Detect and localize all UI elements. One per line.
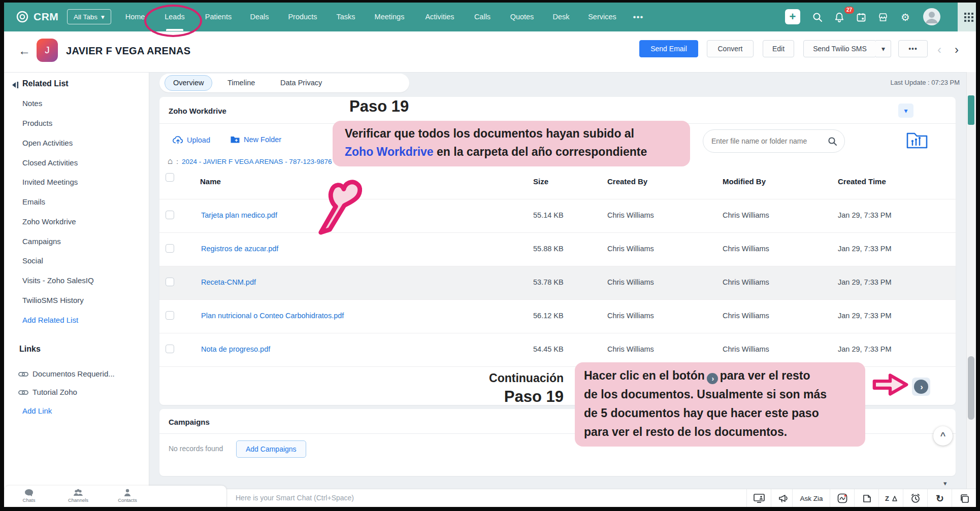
collapse-panel-caret[interactable]: ▾ — [943, 480, 947, 487]
campaigns-section-title: Campaigns — [169, 418, 210, 426]
tab-services[interactable]: Services — [588, 3, 616, 31]
link-documentos-requeridos[interactable]: Documentos Requerid... — [32, 369, 115, 378]
tab-quotes[interactable]: Quotes — [510, 3, 534, 31]
tab-tasks[interactable]: Tasks — [336, 3, 355, 31]
collapse-sidebar-icon[interactable] — [12, 81, 19, 89]
tab-patients[interactable]: Patients — [205, 3, 232, 31]
chat-dock: Chats Channels Contacts — [4, 486, 227, 507]
channels-dock-button[interactable]: Channels — [60, 489, 96, 503]
breadcrumb-folder-link[interactable]: 2024 - JAVIER F VEGA ARENAS - 787-123-98… — [182, 158, 332, 165]
sidebar-item-twiliosms-history[interactable]: TwilioSMS History — [22, 296, 84, 304]
column-header-name[interactable]: Name — [200, 177, 221, 186]
zia-insights-icon[interactable] — [830, 489, 855, 507]
file-link[interactable]: Nota de progreso.pdf — [201, 345, 270, 353]
tab-products[interactable]: Products — [288, 3, 317, 31]
contacts-dock-button[interactable]: Contacts — [110, 489, 145, 503]
tab-activities[interactable]: Activities — [425, 3, 454, 31]
zia-notebook-icon[interactable]: Z — [878, 489, 903, 507]
sidebar-item-notes[interactable]: Notes — [22, 99, 42, 108]
send-email-button[interactable]: Send Email — [639, 40, 698, 57]
more-actions-button[interactable]: ••• — [898, 40, 928, 57]
scrollbar-thumb[interactable] — [968, 356, 974, 420]
file-link[interactable]: Tarjeta plan medico.pdf — [201, 211, 277, 219]
link-tutorial-zoho[interactable]: Tutorial Zoho — [32, 388, 77, 396]
smart-chat-input[interactable]: Here is your Smart Chat (Ctrl+Space) — [236, 494, 354, 502]
quick-create-button[interactable]: + — [785, 9, 800, 24]
alarm-clock-icon[interactable] — [903, 489, 928, 507]
tab-calls[interactable]: Calls — [474, 3, 491, 31]
column-header-modified-by[interactable]: Modified By — [723, 177, 766, 186]
tab-data-privacy[interactable]: Data Privacy — [272, 76, 330, 90]
tab-overview[interactable]: Overview — [165, 75, 212, 91]
screen-share-icon[interactable] — [746, 489, 771, 507]
crm-logo[interactable]: CRM — [15, 10, 58, 24]
search-icon[interactable] — [828, 137, 837, 146]
select-all-checkbox[interactable] — [166, 173, 174, 182]
convert-button[interactable]: Convert — [707, 40, 754, 57]
user-avatar[interactable] — [923, 8, 940, 25]
row-checkbox[interactable] — [166, 244, 174, 253]
settings-gear-icon[interactable]: ⚙ — [899, 11, 912, 24]
lead-avatar[interactable]: J — [37, 39, 58, 62]
add-related-list-link[interactable]: Add Related List — [22, 316, 78, 324]
new-folder-button[interactable]: New Folder — [230, 135, 281, 144]
file-link[interactable]: Plan nutricional o Conteo Carbohidratos.… — [201, 312, 344, 320]
tab-meetings[interactable]: Meetings — [375, 3, 405, 31]
scroll-to-top-button[interactable]: ^ — [933, 426, 953, 446]
upload-button[interactable]: Upload — [173, 135, 210, 144]
notes-tag-icon[interactable] — [854, 489, 879, 507]
tab-home[interactable]: Home — [125, 3, 145, 31]
sidebar-item-campaigns[interactable]: Campaigns — [22, 237, 61, 246]
vertical-scrollbar[interactable] — [966, 72, 976, 489]
search-icon[interactable] — [811, 11, 824, 24]
history-icon[interactable]: ↻ — [927, 489, 952, 507]
prev-record-chevron[interactable]: ‹ — [937, 43, 941, 57]
sidebar-item-open-activities[interactable]: Open Activities — [22, 139, 73, 147]
sidebar-item-closed-activities[interactable]: Closed Activities — [22, 158, 78, 167]
caret-up-icon: ^ — [940, 431, 946, 441]
row-checkbox[interactable] — [166, 278, 174, 286]
next-record-chevron[interactable]: › — [955, 43, 959, 57]
add-link-link[interactable]: Add Link — [22, 406, 52, 415]
file-link[interactable]: Registros de azucar.pdf — [201, 245, 278, 253]
edit-button[interactable]: Edit — [763, 40, 794, 57]
ask-zia-button[interactable]: Ask Zia — [792, 489, 830, 507]
sidebar-item-visits-salesiq[interactable]: Visits - Zoho SalesIQ — [22, 276, 94, 285]
column-header-created-time[interactable]: Created Time — [838, 177, 886, 186]
campaigns-card: Campaigns No records found Add Campaigns — [159, 409, 956, 476]
add-campaigns-button[interactable]: Add Campaigns — [236, 440, 306, 458]
file-link[interactable]: Receta-CNM.pdf — [201, 278, 256, 286]
tab-deals[interactable]: Deals — [250, 3, 269, 31]
back-arrow-icon[interactable]: ← — [18, 44, 30, 58]
sidebar-item-emails[interactable]: Emails — [22, 197, 45, 206]
sidebar-item-products[interactable]: Products — [22, 119, 52, 127]
calendar-icon[interactable] — [855, 11, 868, 24]
send-twilio-sms-caret[interactable]: ▾ — [876, 40, 891, 57]
tab-timeline[interactable]: Timeline — [219, 76, 263, 90]
related-list-sidebar: Related List Notes Products Open Activit… — [4, 72, 149, 489]
workdrive-folder-icon[interactable] — [906, 130, 928, 150]
workdrive-search-input[interactable] — [710, 137, 828, 146]
column-header-created-by[interactable]: Created By — [607, 177, 647, 186]
tab-more[interactable]: ••• — [633, 3, 644, 31]
column-header-size[interactable]: Size — [533, 177, 548, 186]
marketplace-icon[interactable] — [876, 11, 890, 24]
copied-items-icon[interactable] — [952, 489, 976, 507]
sidebar-item-zoho-workdrive[interactable]: Zoho Workdrive — [22, 217, 76, 226]
sidebar-item-invited-meetings[interactable]: Invited Meetings — [22, 178, 78, 186]
home-icon[interactable]: ⌂ — [168, 156, 173, 166]
next-page-button[interactable]: › — [912, 378, 930, 396]
notifications-bell-icon[interactable] — [833, 11, 846, 24]
chats-dock-button[interactable]: Chats — [11, 489, 47, 503]
notification-count-badge: 27 — [844, 7, 854, 14]
sidebar-item-social[interactable]: Social — [22, 256, 43, 265]
row-checkbox[interactable] — [166, 311, 174, 320]
zoho-logo-icon — [15, 10, 29, 24]
tab-desk[interactable]: Desk — [552, 3, 569, 31]
section-dropdown-button[interactable]: ▾ — [898, 104, 913, 118]
row-checkbox[interactable] — [166, 345, 174, 353]
send-twilio-sms-button[interactable]: Send Twilio SMS — [803, 40, 876, 57]
row-checkbox[interactable] — [166, 211, 174, 219]
all-tabs-dropdown[interactable]: All Tabs ▾ — [67, 9, 111, 24]
tab-leads[interactable]: Leads — [165, 3, 185, 31]
